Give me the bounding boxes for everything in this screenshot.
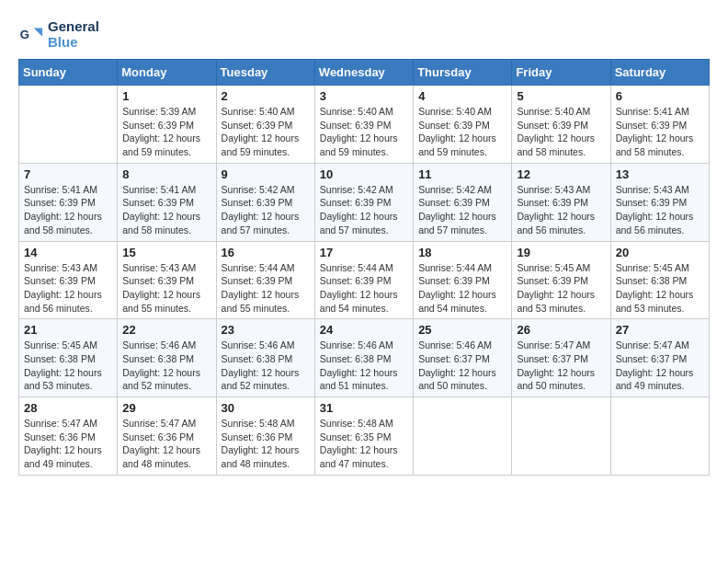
day-number: 3 <box>320 89 408 103</box>
day-number: 9 <box>222 167 310 181</box>
calendar-cell: 17Sunrise: 5:44 AMSunset: 6:39 PMDayligh… <box>314 241 413 319</box>
calendar-cell: 24Sunrise: 5:46 AMSunset: 6:38 PMDayligh… <box>314 319 413 397</box>
calendar-cell: 7Sunrise: 5:41 AMSunset: 6:39 PMDaylight… <box>19 163 118 241</box>
calendar-cell: 27Sunrise: 5:47 AMSunset: 6:37 PMDayligh… <box>610 319 709 397</box>
day-number: 2 <box>222 89 310 103</box>
day-info: Sunrise: 5:44 AMSunset: 6:39 PMDaylight:… <box>418 261 506 316</box>
day-info: Sunrise: 5:47 AMSunset: 6:36 PMDaylight:… <box>24 417 112 471</box>
day-info: Sunrise: 5:46 AMSunset: 6:38 PMDaylight:… <box>320 339 408 393</box>
day-number: 24 <box>320 323 408 337</box>
calendar-cell: 21Sunrise: 5:45 AMSunset: 6:38 PMDayligh… <box>19 319 118 397</box>
calendar-cell: 29Sunrise: 5:47 AMSunset: 6:36 PMDayligh… <box>118 397 216 476</box>
day-number: 20 <box>616 246 704 259</box>
calendar-cell: 10Sunrise: 5:42 AMSunset: 6:39 PMDayligh… <box>314 163 413 241</box>
day-number: 4 <box>418 89 506 103</box>
day-info: Sunrise: 5:46 AMSunset: 6:38 PMDaylight:… <box>122 339 210 393</box>
day-info: Sunrise: 5:48 AMSunset: 6:36 PMDaylight:… <box>222 417 310 471</box>
calendar-cell: 22Sunrise: 5:46 AMSunset: 6:38 PMDayligh… <box>118 319 216 397</box>
calendar-cell: 1Sunrise: 5:39 AMSunset: 6:39 PMDaylight… <box>118 86 216 164</box>
logo-icon: G <box>18 21 44 47</box>
day-info: Sunrise: 5:43 AMSunset: 6:39 PMDaylight:… <box>122 261 210 316</box>
calendar-cell: 19Sunrise: 5:45 AMSunset: 6:39 PMDayligh… <box>512 241 610 319</box>
day-number: 6 <box>616 89 704 103</box>
calendar-week-row: 14Sunrise: 5:43 AMSunset: 6:39 PMDayligh… <box>19 241 710 319</box>
calendar-cell <box>610 397 709 476</box>
svg-marker-1 <box>34 28 42 36</box>
day-number: 29 <box>122 401 210 415</box>
calendar-cell: 28Sunrise: 5:47 AMSunset: 6:36 PMDayligh… <box>19 397 118 476</box>
day-number: 10 <box>320 167 408 181</box>
calendar-table: SundayMondayTuesdayWednesdayThursdayFrid… <box>18 59 710 476</box>
day-number: 16 <box>222 246 310 259</box>
calendar-cell: 26Sunrise: 5:47 AMSunset: 6:37 PMDayligh… <box>512 319 610 397</box>
day-number: 25 <box>418 323 506 337</box>
day-info: Sunrise: 5:43 AMSunset: 6:39 PMDaylight:… <box>517 183 605 237</box>
calendar-cell: 6Sunrise: 5:41 AMSunset: 6:39 PMDaylight… <box>610 86 709 164</box>
day-info: Sunrise: 5:44 AMSunset: 6:39 PMDaylight:… <box>320 261 408 316</box>
day-number: 19 <box>517 246 605 259</box>
header-cell-sunday: Sunday <box>19 60 118 86</box>
day-number: 31 <box>320 401 408 415</box>
calendar-cell: 5Sunrise: 5:40 AMSunset: 6:39 PMDaylight… <box>512 86 610 164</box>
day-number: 12 <box>517 167 605 181</box>
header-cell-saturday: Saturday <box>610 60 709 86</box>
day-info: Sunrise: 5:39 AMSunset: 6:39 PMDaylight:… <box>122 105 210 159</box>
calendar-cell: 18Sunrise: 5:44 AMSunset: 6:39 PMDayligh… <box>414 241 512 319</box>
calendar-cell <box>414 397 512 476</box>
day-info: Sunrise: 5:40 AMSunset: 6:39 PMDaylight:… <box>320 105 408 159</box>
day-info: Sunrise: 5:44 AMSunset: 6:39 PMDaylight:… <box>222 261 310 316</box>
header-cell-tuesday: Tuesday <box>216 60 314 86</box>
day-info: Sunrise: 5:46 AMSunset: 6:38 PMDaylight:… <box>222 339 310 393</box>
day-info: Sunrise: 5:41 AMSunset: 6:39 PMDaylight:… <box>24 183 112 237</box>
day-number: 13 <box>616 167 704 181</box>
calendar-cell: 30Sunrise: 5:48 AMSunset: 6:36 PMDayligh… <box>216 397 314 476</box>
day-info: Sunrise: 5:47 AMSunset: 6:37 PMDaylight:… <box>616 339 704 393</box>
header-cell-thursday: Thursday <box>414 60 512 86</box>
day-number: 5 <box>517 89 605 103</box>
day-info: Sunrise: 5:48 AMSunset: 6:35 PMDaylight:… <box>320 417 408 471</box>
day-number: 14 <box>24 246 112 259</box>
day-info: Sunrise: 5:41 AMSunset: 6:39 PMDaylight:… <box>122 183 210 237</box>
calendar-cell: 23Sunrise: 5:46 AMSunset: 6:38 PMDayligh… <box>216 319 314 397</box>
calendar-cell: 3Sunrise: 5:40 AMSunset: 6:39 PMDaylight… <box>314 86 413 164</box>
header-cell-wednesday: Wednesday <box>314 60 413 86</box>
calendar-cell: 31Sunrise: 5:48 AMSunset: 6:35 PMDayligh… <box>314 397 413 476</box>
day-info: Sunrise: 5:46 AMSunset: 6:37 PMDaylight:… <box>418 339 506 393</box>
day-number: 15 <box>122 246 210 259</box>
calendar-cell <box>512 397 610 476</box>
header-cell-monday: Monday <box>118 60 216 86</box>
day-info: Sunrise: 5:40 AMSunset: 6:39 PMDaylight:… <box>222 105 310 159</box>
calendar-cell: 12Sunrise: 5:43 AMSunset: 6:39 PMDayligh… <box>512 163 610 241</box>
calendar-cell: 2Sunrise: 5:40 AMSunset: 6:39 PMDaylight… <box>216 86 314 164</box>
day-info: Sunrise: 5:45 AMSunset: 6:38 PMDaylight:… <box>24 339 112 393</box>
day-info: Sunrise: 5:45 AMSunset: 6:39 PMDaylight:… <box>517 261 605 316</box>
day-number: 26 <box>517 323 605 337</box>
calendar-cell: 8Sunrise: 5:41 AMSunset: 6:39 PMDaylight… <box>118 163 216 241</box>
logo: G General Blue <box>18 18 99 50</box>
day-info: Sunrise: 5:45 AMSunset: 6:38 PMDaylight:… <box>616 261 704 316</box>
day-number: 7 <box>24 167 112 181</box>
calendar-cell: 15Sunrise: 5:43 AMSunset: 6:39 PMDayligh… <box>118 241 216 319</box>
calendar-cell: 13Sunrise: 5:43 AMSunset: 6:39 PMDayligh… <box>610 163 709 241</box>
logo-text: General Blue <box>48 18 99 50</box>
day-info: Sunrise: 5:40 AMSunset: 6:39 PMDaylight:… <box>418 105 506 159</box>
day-info: Sunrise: 5:42 AMSunset: 6:39 PMDaylight:… <box>418 183 506 237</box>
calendar-cell: 20Sunrise: 5:45 AMSunset: 6:38 PMDayligh… <box>610 241 709 319</box>
day-info: Sunrise: 5:47 AMSunset: 6:36 PMDaylight:… <box>122 417 210 471</box>
day-number: 30 <box>222 401 310 415</box>
calendar-week-row: 1Sunrise: 5:39 AMSunset: 6:39 PMDaylight… <box>19 86 710 164</box>
header-cell-friday: Friday <box>512 60 610 86</box>
day-number: 28 <box>24 401 112 415</box>
day-number: 11 <box>418 167 506 181</box>
calendar-cell <box>19 86 118 164</box>
calendar-week-row: 7Sunrise: 5:41 AMSunset: 6:39 PMDaylight… <box>19 163 710 241</box>
day-number: 8 <box>122 167 210 181</box>
day-info: Sunrise: 5:40 AMSunset: 6:39 PMDaylight:… <box>517 105 605 159</box>
day-number: 22 <box>122 323 210 337</box>
day-info: Sunrise: 5:43 AMSunset: 6:39 PMDaylight:… <box>616 183 704 237</box>
day-number: 18 <box>418 246 506 259</box>
calendar-week-row: 28Sunrise: 5:47 AMSunset: 6:36 PMDayligh… <box>19 397 710 476</box>
day-info: Sunrise: 5:42 AMSunset: 6:39 PMDaylight:… <box>320 183 408 237</box>
calendar-cell: 9Sunrise: 5:42 AMSunset: 6:39 PMDaylight… <box>216 163 314 241</box>
day-info: Sunrise: 5:41 AMSunset: 6:39 PMDaylight:… <box>616 105 704 159</box>
